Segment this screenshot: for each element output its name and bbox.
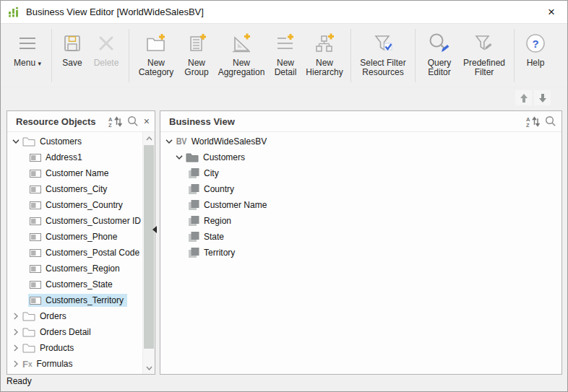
new-detail-button[interactable]: New Detail xyxy=(270,24,301,77)
tree-item-label: Country xyxy=(204,184,234,194)
svg-text:Z: Z xyxy=(526,121,530,127)
chevron-right-icon[interactable] xyxy=(11,344,21,352)
chevron-down-icon[interactable] xyxy=(174,154,184,160)
new-aggregation-button[interactable]: New Aggregation xyxy=(216,24,267,77)
resource-objects-tree: CustomersAddress1Customer NameCustomers_… xyxy=(7,132,143,372)
svg-text:?: ? xyxy=(532,38,538,50)
scrollbar-thumb[interactable] xyxy=(144,145,154,349)
sort-az-icon[interactable]: A Z xyxy=(526,116,540,127)
new-hierarchy-button[interactable]: New Hierarchy xyxy=(304,24,345,77)
element-icon xyxy=(189,216,199,226)
formula-icon: Fx xyxy=(22,359,33,370)
tree-item-city[interactable]: City xyxy=(160,165,561,181)
tree-item-customers[interactable]: Customers xyxy=(7,134,143,149)
chevron-right-icon[interactable] xyxy=(11,360,21,367)
tree-item-customers-city[interactable]: Customers_City xyxy=(7,181,143,197)
menu-icon xyxy=(17,30,38,56)
tree-item-region[interactable]: Region xyxy=(160,213,561,229)
tree-item-orders[interactable]: Orders xyxy=(7,308,143,324)
tree-item-label: Territory xyxy=(204,248,235,258)
tree-item-customers[interactable]: Customers xyxy=(160,149,561,165)
query-editor-button[interactable]: Query Editor xyxy=(421,24,457,77)
field-icon xyxy=(30,201,41,209)
chevron-down-icon[interactable] xyxy=(11,139,21,144)
tree-item-label: Customers_Phone xyxy=(46,232,117,242)
sort-az-icon[interactable]: A Z xyxy=(108,116,122,127)
tree-item-label: Products xyxy=(40,343,74,353)
new-category-button[interactable]: New Category xyxy=(135,24,177,77)
tree-item-worldwidesalesbv[interactable]: BVWorldWideSalesBV xyxy=(160,134,561,149)
app-icon xyxy=(8,6,20,18)
tree-item-label: Address1 xyxy=(46,152,82,162)
tree-item-customers-state[interactable]: Customers_State xyxy=(7,276,143,292)
resource-objects-panel: Resource Objects A Z × xyxy=(7,110,155,375)
field-icon xyxy=(30,154,41,162)
tree-item-customers-region[interactable]: Customers_Region xyxy=(7,261,143,276)
element-icon xyxy=(189,168,199,178)
tree-item-customer-name[interactable]: Customer Name xyxy=(160,197,561,213)
chevron-right-icon[interactable] xyxy=(11,313,21,320)
field-icon xyxy=(30,170,41,178)
search-icon[interactable] xyxy=(545,116,556,127)
tree-item-country[interactable]: Country xyxy=(160,181,561,197)
move-down-button[interactable] xyxy=(534,90,551,105)
menu-button[interactable]: Menu ▾ xyxy=(9,24,46,69)
select-filter-resources-button[interactable]: Select Filter Resources xyxy=(357,24,409,77)
element-icon xyxy=(189,184,199,194)
field-icon xyxy=(30,233,41,241)
tree-item-customer-name[interactable]: Customer Name xyxy=(7,165,143,181)
business-view-title: Business View xyxy=(160,116,235,127)
tree-item-territory[interactable]: Territory xyxy=(160,245,561,261)
tree-item-label: Orders Detail xyxy=(40,327,91,337)
toolbar: Menu ▾ Save Delete xyxy=(1,24,567,87)
tree-item-products[interactable]: Products xyxy=(7,340,143,356)
element-icon xyxy=(189,232,199,242)
delete-icon xyxy=(95,30,118,56)
tree-item-customers-country[interactable]: Customers_Country xyxy=(7,197,143,213)
move-up-button[interactable] xyxy=(515,90,532,105)
dropdown-arrow-icon: ▾ xyxy=(38,60,41,67)
tree-item-label: Customers_City xyxy=(46,184,107,194)
folder-icon xyxy=(186,152,199,162)
close-panel-icon[interactable]: × xyxy=(144,116,150,126)
search-icon[interactable] xyxy=(127,116,139,127)
close-window-button[interactable]: × xyxy=(535,1,567,23)
predefined-filter-button[interactable]: Predefined Filter xyxy=(460,24,508,77)
save-button[interactable]: Save xyxy=(58,24,87,68)
tree-item-customers-postal-code[interactable]: Customers_Postal Code xyxy=(7,245,143,261)
field-icon xyxy=(30,249,41,257)
tree-item-label: Formulas xyxy=(37,359,73,369)
select-filter-resources-icon xyxy=(371,30,395,56)
scroll-down-icon[interactable] xyxy=(143,362,155,374)
help-button[interactable]: ? Help xyxy=(520,24,551,68)
tree-item-address1[interactable]: Address1 xyxy=(7,149,143,165)
scrollbar[interactable] xyxy=(142,132,155,374)
tree-item-label: Customer Name xyxy=(46,168,108,178)
new-group-icon xyxy=(185,30,208,56)
delete-button[interactable]: Delete xyxy=(90,24,123,68)
tree-item-label: Customers xyxy=(203,152,245,162)
scroll-up-icon[interactable] xyxy=(143,132,155,144)
chevron-down-icon[interactable] xyxy=(164,139,174,144)
element-icon xyxy=(189,200,199,210)
svg-text:Z: Z xyxy=(108,121,112,127)
resource-objects-title: Resource Objects xyxy=(7,116,96,127)
folder-icon xyxy=(22,327,35,337)
tree-item-label: Region xyxy=(204,216,231,226)
tree-item-label: State xyxy=(204,232,224,242)
chevron-right-icon[interactable] xyxy=(11,328,21,336)
query-editor-icon xyxy=(427,30,452,56)
tree-item-label: Customers_Territory xyxy=(46,295,124,305)
tree-item-state[interactable]: State xyxy=(160,229,561,245)
new-group-button[interactable]: New Group xyxy=(180,24,213,77)
splitter-collapse-handle[interactable] xyxy=(152,226,157,233)
toolbar-separator xyxy=(51,29,52,82)
tree-item-orders-detail[interactable]: Orders Detail xyxy=(7,324,143,340)
tree-item-label: Customer Name xyxy=(204,200,267,210)
tree-item-formulas[interactable]: FxFormulas xyxy=(7,356,143,372)
toolbar-separator xyxy=(514,29,515,82)
tree-item-customers-territory[interactable]: Customers_Territory xyxy=(7,292,143,308)
tree-item-customers-phone[interactable]: Customers_Phone xyxy=(7,229,143,245)
tree-item-customers-customer-id[interactable]: Customers_Customer ID xyxy=(7,213,143,229)
toolbar-separator xyxy=(415,29,416,82)
